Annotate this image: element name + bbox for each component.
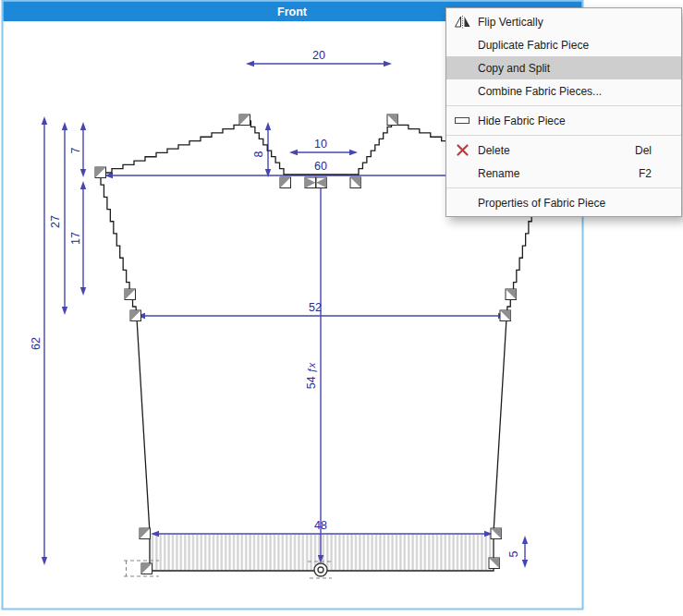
vertex-handle[interactable] <box>305 177 316 188</box>
vertex-handle[interactable] <box>141 563 152 574</box>
dim-label-armhole-depth: 17 <box>69 232 82 245</box>
menu-item-delete[interactable]: DeleteDel <box>446 139 681 162</box>
menu-separator <box>446 187 681 188</box>
dim-label-ribbing-height: 5 <box>507 550 520 557</box>
hide-fabric-piece-icon <box>446 116 478 125</box>
menu-item-rename[interactable]: RenameF2 <box>446 162 681 185</box>
menu-item-hide-fabric-piece[interactable]: Hide Fabric Piece <box>446 109 681 132</box>
menu-item-label: Duplicate Fabric Piece <box>478 39 681 52</box>
dim-label-hem-width: 48 <box>314 519 327 532</box>
formula-marker: ƒx <box>306 362 317 373</box>
vertex-handle[interactable] <box>500 310 511 321</box>
menu-item-combine-fabric-pieces[interactable]: Combine Fabric Pieces... <box>446 79 681 103</box>
pattern-editor-window: Front 20 10 60 8 7 27 17 62 52 <box>0 0 683 616</box>
menu-item-label: Rename <box>478 167 639 180</box>
menu-item-shortcut: F2 <box>639 167 681 180</box>
dim-label-shoulder-width: 60 <box>314 160 327 173</box>
flip-vertical-icon <box>446 16 478 29</box>
origin-marker-icon[interactable] <box>314 563 327 576</box>
context-menu: Flip VerticallyDuplicate Fabric PieceCop… <box>445 7 682 217</box>
dim-label-top-width: 20 <box>312 49 325 62</box>
menu-item-label: Flip Vertically <box>478 16 681 29</box>
vertex-handle[interactable] <box>489 558 500 569</box>
vertex-handle[interactable] <box>506 289 517 300</box>
vertex-handle[interactable] <box>316 177 327 188</box>
dim-label-neck-depth: 8 <box>252 151 265 157</box>
menu-item-label: Delete <box>478 144 635 157</box>
dim-label-chest-width: 52 <box>309 301 322 314</box>
vertex-handle[interactable] <box>350 177 361 188</box>
menu-separator <box>446 135 681 136</box>
dim-label-total-height: 62 <box>30 337 43 350</box>
vertex-handle[interactable] <box>239 115 250 126</box>
menu-item-label: Hide Fabric Piece <box>478 115 681 127</box>
vertex-handle[interactable] <box>140 528 151 539</box>
dim-label-shoulder-drop: 7 <box>69 147 82 153</box>
vertex-handle[interactable] <box>387 115 398 126</box>
center-length-value: 54 <box>305 376 318 389</box>
vertex-handle[interactable] <box>491 528 502 539</box>
menu-item-label: Copy and Split <box>478 62 681 75</box>
dim-label-neck-width: 10 <box>314 138 327 151</box>
menu-item-duplicate-fabric-piece[interactable]: Duplicate Fabric Piece <box>446 33 681 56</box>
menu-item-properties-of-fabric-piece[interactable]: Properties of Fabric Piece <box>446 191 681 214</box>
panel-title: Front <box>277 6 308 18</box>
delete-icon <box>446 144 478 156</box>
vertex-handle[interactable] <box>125 289 136 300</box>
menu-item-flip-vertically[interactable]: Flip Vertically <box>446 10 681 33</box>
menu-separator <box>446 105 681 106</box>
menu-item-copy-and-split[interactable]: Copy and Split <box>446 56 681 79</box>
menu-item-label: Properties of Fabric Piece <box>478 197 681 210</box>
menu-item-shortcut: Del <box>635 144 681 157</box>
menu-item-label: Combine Fabric Pieces... <box>478 85 681 98</box>
vertex-handle[interactable] <box>280 177 291 188</box>
vertex-handle[interactable] <box>95 167 106 178</box>
vertex-handle[interactable] <box>130 310 141 321</box>
dim-label-yoke-depth: 27 <box>49 215 62 228</box>
